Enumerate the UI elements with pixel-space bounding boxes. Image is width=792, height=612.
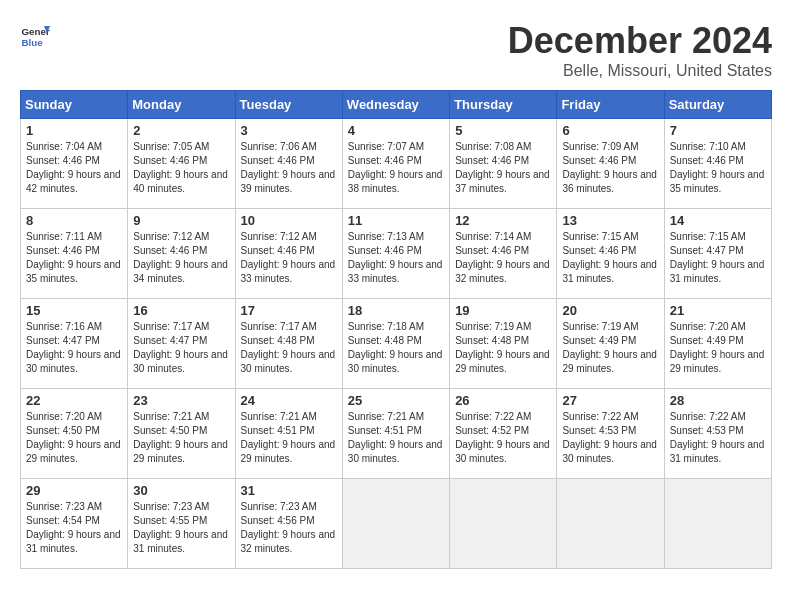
day-number: 3 (241, 123, 337, 138)
cell-info: Sunrise: 7:09 AMSunset: 4:46 PMDaylight:… (562, 140, 658, 196)
cell-info: Sunrise: 7:20 AMSunset: 4:49 PMDaylight:… (670, 320, 766, 376)
cell-info: Sunrise: 7:07 AMSunset: 4:46 PMDaylight:… (348, 140, 444, 196)
cell-info: Sunrise: 7:21 AMSunset: 4:51 PMDaylight:… (241, 410, 337, 466)
cell-info: Sunrise: 7:12 AMSunset: 4:46 PMDaylight:… (133, 230, 229, 286)
day-number: 10 (241, 213, 337, 228)
day-number: 18 (348, 303, 444, 318)
day-header-thursday: Thursday (450, 91, 557, 119)
day-number: 22 (26, 393, 122, 408)
calendar-cell: 10 Sunrise: 7:12 AMSunset: 4:46 PMDaylig… (235, 209, 342, 299)
calendar-cell (557, 479, 664, 569)
calendar-row: 1 Sunrise: 7:04 AMSunset: 4:46 PMDayligh… (21, 119, 772, 209)
calendar-cell: 29 Sunrise: 7:23 AMSunset: 4:54 PMDaylig… (21, 479, 128, 569)
logo-icon: General Blue (20, 20, 50, 50)
calendar-cell: 3 Sunrise: 7:06 AMSunset: 4:46 PMDayligh… (235, 119, 342, 209)
cell-info: Sunrise: 7:10 AMSunset: 4:46 PMDaylight:… (670, 140, 766, 196)
calendar-cell: 25 Sunrise: 7:21 AMSunset: 4:51 PMDaylig… (342, 389, 449, 479)
calendar-cell: 20 Sunrise: 7:19 AMSunset: 4:49 PMDaylig… (557, 299, 664, 389)
cell-info: Sunrise: 7:17 AMSunset: 4:48 PMDaylight:… (241, 320, 337, 376)
cell-info: Sunrise: 7:22 AMSunset: 4:52 PMDaylight:… (455, 410, 551, 466)
calendar-row: 29 Sunrise: 7:23 AMSunset: 4:54 PMDaylig… (21, 479, 772, 569)
calendar-cell: 5 Sunrise: 7:08 AMSunset: 4:46 PMDayligh… (450, 119, 557, 209)
calendar-cell: 13 Sunrise: 7:15 AMSunset: 4:46 PMDaylig… (557, 209, 664, 299)
cell-info: Sunrise: 7:17 AMSunset: 4:47 PMDaylight:… (133, 320, 229, 376)
cell-info: Sunrise: 7:16 AMSunset: 4:47 PMDaylight:… (26, 320, 122, 376)
calendar-cell: 23 Sunrise: 7:21 AMSunset: 4:50 PMDaylig… (128, 389, 235, 479)
calendar-cell: 22 Sunrise: 7:20 AMSunset: 4:50 PMDaylig… (21, 389, 128, 479)
day-number: 15 (26, 303, 122, 318)
cell-info: Sunrise: 7:14 AMSunset: 4:46 PMDaylight:… (455, 230, 551, 286)
day-number: 25 (348, 393, 444, 408)
day-number: 5 (455, 123, 551, 138)
cell-info: Sunrise: 7:15 AMSunset: 4:47 PMDaylight:… (670, 230, 766, 286)
calendar-cell: 24 Sunrise: 7:21 AMSunset: 4:51 PMDaylig… (235, 389, 342, 479)
day-number: 7 (670, 123, 766, 138)
calendar-cell: 19 Sunrise: 7:19 AMSunset: 4:48 PMDaylig… (450, 299, 557, 389)
calendar-cell: 30 Sunrise: 7:23 AMSunset: 4:55 PMDaylig… (128, 479, 235, 569)
day-number: 23 (133, 393, 229, 408)
cell-info: Sunrise: 7:19 AMSunset: 4:49 PMDaylight:… (562, 320, 658, 376)
calendar-cell: 6 Sunrise: 7:09 AMSunset: 4:46 PMDayligh… (557, 119, 664, 209)
day-number: 29 (26, 483, 122, 498)
cell-info: Sunrise: 7:23 AMSunset: 4:56 PMDaylight:… (241, 500, 337, 556)
cell-info: Sunrise: 7:22 AMSunset: 4:53 PMDaylight:… (562, 410, 658, 466)
calendar-cell: 16 Sunrise: 7:17 AMSunset: 4:47 PMDaylig… (128, 299, 235, 389)
calendar-cell (342, 479, 449, 569)
day-number: 27 (562, 393, 658, 408)
cell-info: Sunrise: 7:21 AMSunset: 4:50 PMDaylight:… (133, 410, 229, 466)
day-number: 24 (241, 393, 337, 408)
calendar-cell: 31 Sunrise: 7:23 AMSunset: 4:56 PMDaylig… (235, 479, 342, 569)
day-number: 12 (455, 213, 551, 228)
cell-info: Sunrise: 7:08 AMSunset: 4:46 PMDaylight:… (455, 140, 551, 196)
calendar-cell: 8 Sunrise: 7:11 AMSunset: 4:46 PMDayligh… (21, 209, 128, 299)
svg-text:Blue: Blue (22, 37, 44, 48)
cell-info: Sunrise: 7:18 AMSunset: 4:48 PMDaylight:… (348, 320, 444, 376)
day-number: 8 (26, 213, 122, 228)
calendar-cell (450, 479, 557, 569)
cell-info: Sunrise: 7:04 AMSunset: 4:46 PMDaylight:… (26, 140, 122, 196)
calendar-cell: 17 Sunrise: 7:17 AMSunset: 4:48 PMDaylig… (235, 299, 342, 389)
calendar-row: 22 Sunrise: 7:20 AMSunset: 4:50 PMDaylig… (21, 389, 772, 479)
calendar-cell: 21 Sunrise: 7:20 AMSunset: 4:49 PMDaylig… (664, 299, 771, 389)
calendar-cell: 12 Sunrise: 7:14 AMSunset: 4:46 PMDaylig… (450, 209, 557, 299)
day-header-saturday: Saturday (664, 91, 771, 119)
day-header-monday: Monday (128, 91, 235, 119)
calendar: SundayMondayTuesdayWednesdayThursdayFrid… (20, 90, 772, 569)
title-area: December 2024 Belle, Missouri, United St… (508, 20, 772, 80)
day-number: 31 (241, 483, 337, 498)
calendar-cell: 26 Sunrise: 7:22 AMSunset: 4:52 PMDaylig… (450, 389, 557, 479)
cell-info: Sunrise: 7:06 AMSunset: 4:46 PMDaylight:… (241, 140, 337, 196)
calendar-cell: 7 Sunrise: 7:10 AMSunset: 4:46 PMDayligh… (664, 119, 771, 209)
day-number: 13 (562, 213, 658, 228)
cell-info: Sunrise: 7:15 AMSunset: 4:46 PMDaylight:… (562, 230, 658, 286)
day-header-friday: Friday (557, 91, 664, 119)
day-number: 4 (348, 123, 444, 138)
day-header-sunday: Sunday (21, 91, 128, 119)
calendar-cell: 9 Sunrise: 7:12 AMSunset: 4:46 PMDayligh… (128, 209, 235, 299)
calendar-row: 15 Sunrise: 7:16 AMSunset: 4:47 PMDaylig… (21, 299, 772, 389)
day-number: 16 (133, 303, 229, 318)
day-number: 17 (241, 303, 337, 318)
calendar-row: 8 Sunrise: 7:11 AMSunset: 4:46 PMDayligh… (21, 209, 772, 299)
day-number: 9 (133, 213, 229, 228)
calendar-cell: 4 Sunrise: 7:07 AMSunset: 4:46 PMDayligh… (342, 119, 449, 209)
cell-info: Sunrise: 7:11 AMSunset: 4:46 PMDaylight:… (26, 230, 122, 286)
logo: General Blue (20, 20, 50, 50)
calendar-cell: 11 Sunrise: 7:13 AMSunset: 4:46 PMDaylig… (342, 209, 449, 299)
day-number: 19 (455, 303, 551, 318)
day-number: 28 (670, 393, 766, 408)
cell-info: Sunrise: 7:19 AMSunset: 4:48 PMDaylight:… (455, 320, 551, 376)
day-number: 30 (133, 483, 229, 498)
header: General Blue December 2024 Belle, Missou… (20, 20, 772, 80)
calendar-cell: 28 Sunrise: 7:22 AMSunset: 4:53 PMDaylig… (664, 389, 771, 479)
calendar-cell: 1 Sunrise: 7:04 AMSunset: 4:46 PMDayligh… (21, 119, 128, 209)
calendar-cell: 18 Sunrise: 7:18 AMSunset: 4:48 PMDaylig… (342, 299, 449, 389)
cell-info: Sunrise: 7:23 AMSunset: 4:54 PMDaylight:… (26, 500, 122, 556)
day-number: 20 (562, 303, 658, 318)
cell-info: Sunrise: 7:23 AMSunset: 4:55 PMDaylight:… (133, 500, 229, 556)
cell-info: Sunrise: 7:21 AMSunset: 4:51 PMDaylight:… (348, 410, 444, 466)
day-number: 21 (670, 303, 766, 318)
day-number: 6 (562, 123, 658, 138)
calendar-cell: 27 Sunrise: 7:22 AMSunset: 4:53 PMDaylig… (557, 389, 664, 479)
cell-info: Sunrise: 7:13 AMSunset: 4:46 PMDaylight:… (348, 230, 444, 286)
